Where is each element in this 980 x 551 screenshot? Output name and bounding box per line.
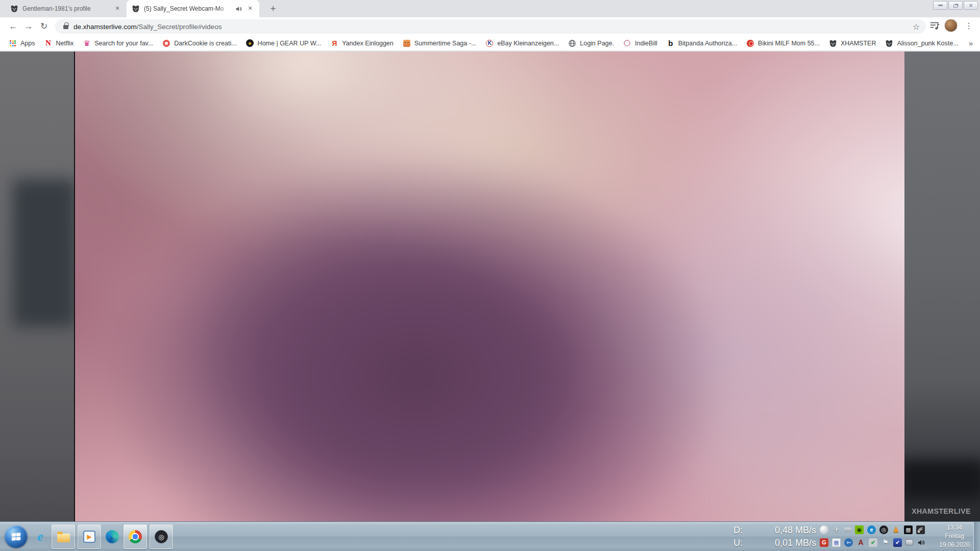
bookmark-item[interactable]: Alisson_punk Koste... (880, 38, 963, 49)
taskbar-app-chrome[interactable] (124, 524, 147, 549)
bookmark-label: Alisson_punk Koste... (897, 40, 958, 47)
bookmark-item[interactable]: Bikini MILF Mom 55... (742, 38, 824, 49)
media-controls-icon[interactable] (929, 20, 940, 31)
download-value: 0,48 MB/s (775, 524, 816, 537)
bookmark-label: XHAMSTER (841, 40, 876, 47)
flag-icon[interactable]: ⚑ (881, 538, 890, 547)
bookmark-label: Bikini MILF Mom 55... (758, 40, 820, 47)
bookmark-label: Summertime Saga -... (414, 40, 477, 47)
lock-icon[interactable] (63, 25, 68, 29)
reload-button[interactable]: ↻ (38, 20, 50, 33)
show-desktop-button[interactable] (973, 522, 980, 551)
webcam-video-frame[interactable] (75, 52, 904, 521)
taskbar-app-obs[interactable]: ◎ (150, 524, 173, 549)
netflix-icon: N (44, 39, 53, 47)
restore-icon (953, 5, 958, 8)
bookmark-item[interactable]: NNetflix (40, 38, 79, 49)
clock-time: 13:34 (937, 523, 972, 532)
address-bar[interactable]: de.xhamsterlive.com/Sally_Secret/profile… (55, 19, 926, 34)
bookmarks-overflow-icon[interactable]: » (969, 39, 973, 47)
bookmark-item[interactable]: KeBay Kleinanzeigen... (481, 38, 564, 49)
forward-button[interactable]: → (22, 20, 35, 33)
toolbar-right-controls: ⋮ (929, 19, 976, 32)
page-url[interactable]: de.xhamsterlive.com/Sally_Secret/profile… (74, 23, 222, 31)
bookmark-label: Home | GEAR UP W... (258, 40, 322, 47)
sphere-icon[interactable] (820, 525, 828, 534)
upload-label: U: (733, 537, 743, 549)
ebay-k-icon: K (485, 39, 494, 47)
bookmark-item[interactable]: Summertime Saga -... (398, 38, 481, 49)
bookmark-item[interactable]: IndieBill (619, 38, 662, 49)
wifi-icon[interactable] (916, 525, 925, 534)
star-badge-icon: ★ (246, 39, 254, 47)
nvidia-icon[interactable]: ◉ (855, 525, 864, 534)
taskbar-clock[interactable]: 13:34 Freitag 19.06.2020 (937, 523, 972, 549)
bookmark-item[interactable]: bBitpanda Authoriza... (662, 38, 742, 49)
taskbar-app-internet-explorer[interactable]: e (32, 524, 49, 549)
minimize-icon (938, 5, 943, 6)
bookmark-label: Login Page. (580, 40, 614, 47)
obs-tray-icon[interactable]: ◎ (879, 525, 888, 534)
red-dot-icon (746, 39, 754, 47)
tab-title: Gentleman-1981's profile (22, 5, 109, 12)
bookmark-item[interactable]: XHAMSTER (824, 38, 880, 49)
airplane-icon[interactable]: ✈ (832, 525, 841, 534)
crown-icon: ♛ (83, 39, 91, 47)
blue-circle-icon[interactable]: e (867, 525, 876, 534)
chrome-icon (129, 530, 142, 543)
browser-tab-strip: Gentleman-1981's profile × (5) Sally_Sec… (0, 0, 980, 17)
close-button[interactable]: × (964, 1, 978, 10)
bookmark-item[interactable]: Apps (4, 38, 40, 49)
browser-menu-icon[interactable]: ⋮ (962, 21, 976, 31)
page-background-left (0, 52, 75, 521)
site-watermark: XHAMSTERLIVE (904, 507, 978, 515)
black-badge-icon[interactable]: ▦ (904, 525, 913, 534)
tab-sally-secret[interactable]: (5) Sally_Secret Webcam-Mo × (127, 0, 259, 17)
back-button[interactable]: ← (7, 20, 19, 33)
page-content: XHAMSTERLIVE (0, 52, 980, 521)
close-icon: × (969, 2, 972, 9)
red-g-icon[interactable]: G (820, 538, 828, 547)
globe-icon (568, 39, 576, 47)
usb-eject-icon[interactable]: ✔ (869, 538, 877, 547)
hamster-icon (829, 39, 837, 47)
yandex-icon: Я (330, 39, 338, 47)
darkcookie-icon (162, 39, 170, 47)
window-controls: × (933, 1, 978, 10)
page-background-right: XHAMSTERLIVE (904, 52, 980, 521)
taskbar-app-media-player[interactable]: ▶ (78, 524, 101, 549)
tab-audio-playing-icon[interactable] (235, 6, 242, 12)
tab-gentleman-profile[interactable]: Gentleman-1981's profile × (5, 0, 127, 17)
restore-button[interactable] (948, 1, 963, 10)
taskbar-app-edge[interactable] (104, 524, 121, 549)
bookmark-item[interactable]: DarkCookie is creati... (158, 38, 241, 49)
blue-satellite-icon[interactable]: ➳ (844, 538, 853, 547)
tab-close-icon[interactable]: × (113, 5, 121, 13)
usb-gadget-icon[interactable] (844, 528, 851, 532)
volume-icon[interactable] (917, 538, 925, 547)
bookmark-star-icon[interactable]: ☆ (913, 22, 920, 32)
bookmark-item[interactable]: Login Page. (564, 38, 619, 49)
bookmark-item[interactable]: ЯYandex Einloggen (326, 38, 398, 49)
bookmark-item[interactable]: ★Home | GEAR UP W... (241, 38, 326, 49)
taskbar-apps: e▶◎ (32, 524, 173, 549)
orange-figure-icon[interactable]: ♟ (892, 525, 900, 534)
blue-shield-icon[interactable]: ✔ (893, 538, 902, 547)
bookmark-item[interactable]: ♛Search for your fav... (78, 38, 158, 49)
dotted-grid-icon[interactable]: ▦ (832, 538, 841, 547)
tab-close-icon[interactable]: × (246, 5, 254, 13)
saga-icon (403, 39, 411, 47)
new-tab-button[interactable]: + (266, 3, 280, 16)
start-button[interactable] (5, 525, 28, 548)
minimize-button[interactable] (933, 1, 947, 10)
obs-icon: ◎ (155, 530, 168, 543)
windows-explorer-icon (57, 534, 70, 542)
network-icon[interactable] (905, 539, 913, 545)
letter-a-icon[interactable]: A (856, 538, 865, 547)
bookmark-label: DarkCookie is creati... (174, 40, 236, 47)
profile-avatar[interactable] (944, 19, 958, 32)
apps-grid-icon (9, 39, 17, 47)
clock-day: Freitag (937, 532, 972, 541)
taskbar-app-windows-explorer[interactable] (52, 524, 75, 549)
browser-toolbar: ← → ↻ de.xhamsterlive.com/Sally_Secret/p… (0, 17, 980, 36)
